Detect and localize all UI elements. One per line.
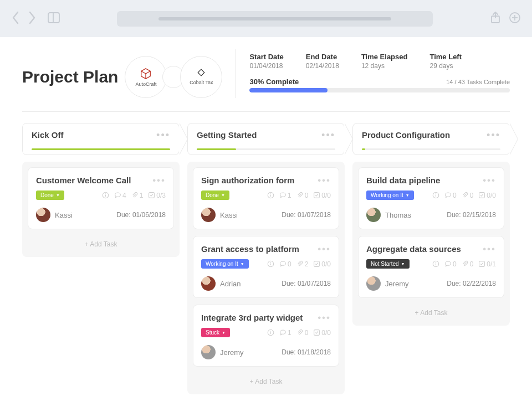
task-menu-icon[interactable]: •••: [152, 178, 166, 183]
task-menu-icon[interactable]: •••: [318, 315, 331, 321]
assignee[interactable]: Kassi: [36, 208, 73, 222]
attachments-count: 2: [305, 260, 309, 268]
avatar: [36, 208, 50, 222]
comments-count: 1: [288, 329, 291, 337]
forward-button[interactable]: [28, 11, 37, 27]
column-header[interactable]: Getting Started•••: [187, 123, 345, 155]
column-header[interactable]: Kick Off•••: [22, 123, 180, 155]
info-icon[interactable]: [102, 192, 109, 199]
attachments-count: 0: [305, 192, 309, 199]
column-menu-icon[interactable]: •••: [156, 132, 170, 138]
avatar: [201, 276, 216, 291]
attachments-icon[interactable]: 0: [462, 260, 474, 268]
status-pill[interactable]: Not Started ▼: [366, 259, 410, 269]
stat-left: Time Left 29 days: [429, 53, 462, 70]
page-title: Project Plan: [22, 68, 118, 86]
add-task-button[interactable]: + Add Task: [193, 373, 339, 389]
assignee[interactable]: Thomas: [366, 208, 411, 222]
attachments-icon[interactable]: 1: [131, 192, 144, 199]
checklist-count: 0/1: [487, 260, 496, 268]
column-menu-icon[interactable]: •••: [321, 132, 335, 138]
checklist-icon[interactable]: 0/1: [478, 260, 496, 268]
attachments-icon[interactable]: 0: [296, 192, 309, 199]
stat-end-date: End Date 02/14/2018: [306, 53, 339, 70]
comments-icon[interactable]: 1: [279, 192, 291, 199]
column-title: Getting Started: [197, 130, 321, 140]
column-progress-fill: [362, 148, 365, 150]
assignee[interactable]: Jeremy: [201, 345, 244, 359]
task-menu-icon[interactable]: •••: [318, 246, 331, 252]
address-bar[interactable]: [117, 11, 433, 27]
attachments-icon[interactable]: 0: [296, 329, 309, 337]
info-icon[interactable]: [267, 192, 274, 199]
status-pill[interactable]: Done ▼: [201, 191, 229, 200]
info-icon[interactable]: [267, 329, 274, 336]
info-icon[interactable]: [432, 192, 439, 199]
attachments-icon[interactable]: 0: [462, 192, 474, 199]
task-card[interactable]: Integrate 3rd party widget•••Stuck ▼100/…: [193, 305, 339, 367]
due-date: Due: 02/15/2018: [447, 211, 496, 219]
add-tab-icon[interactable]: [509, 12, 521, 26]
task-title: Sign authorization form: [201, 176, 294, 185]
task-card[interactable]: Aggregate data sources•••Not Started ▼00…: [358, 236, 504, 298]
checklist-icon[interactable]: 0/0: [313, 192, 331, 199]
assignee[interactable]: Kassi: [201, 208, 238, 222]
attachments-count: 0: [305, 329, 309, 337]
task-card[interactable]: Build data pipeline•••Working on It ▼000…: [358, 167, 504, 229]
assignee[interactable]: Adrian: [201, 276, 241, 291]
column-progress-fill: [32, 148, 170, 150]
due-date: Due: 01/07/2018: [282, 211, 331, 219]
task-title: Aggregate data sources: [366, 244, 461, 254]
add-task-button[interactable]: + Add Task: [358, 305, 504, 320]
comments-count: 0: [453, 192, 457, 199]
sidebar-icon[interactable]: [48, 12, 60, 25]
caret-down-icon: ▼: [241, 262, 244, 266]
task-menu-icon[interactable]: •••: [483, 178, 496, 183]
stat-elapsed: Time Elapsed 12 days: [361, 53, 408, 70]
comments-icon[interactable]: 4: [114, 192, 126, 199]
status-pill[interactable]: Done ▼: [36, 191, 64, 200]
svg-point-25: [436, 193, 436, 194]
column: Kick Off•••Customer Welcome Call•••Done …: [22, 123, 180, 257]
caret-down-icon: ▼: [56, 193, 60, 197]
task-title: Integrate 3rd party widget: [201, 313, 303, 322]
attachments-count: 0: [470, 192, 474, 199]
task-card[interactable]: Customer Welcome Call•••Done ▼410/3Kassi…: [28, 167, 174, 229]
checklist-icon[interactable]: 0/0: [313, 260, 331, 268]
task-menu-icon[interactable]: •••: [318, 178, 331, 183]
comments-icon[interactable]: 0: [444, 260, 457, 268]
column-body: Sign authorization form•••Done ▼100/0Kas…: [187, 162, 345, 394]
comments-count: 0: [288, 260, 291, 268]
assignee[interactable]: Jeremy: [366, 276, 409, 291]
status-pill[interactable]: Stuck ▼: [201, 328, 230, 337]
task-meta-icons: 020/0: [267, 260, 331, 268]
column-menu-icon[interactable]: •••: [487, 132, 500, 138]
checklist-icon[interactable]: 0/0: [313, 329, 331, 337]
progress-pct-label: 30% Complete: [249, 78, 299, 86]
attachments-icon[interactable]: 2: [296, 260, 309, 268]
back-button[interactable]: [11, 11, 20, 27]
comments-icon[interactable]: 0: [279, 260, 291, 268]
diamond-icon: [197, 69, 205, 76]
add-task-button[interactable]: + Add Task: [28, 236, 174, 251]
logo-autocraft: AutoCraft: [125, 56, 167, 98]
checklist-count: 0/3: [156, 192, 166, 199]
avatar: [201, 345, 216, 359]
checklist-icon[interactable]: 0/3: [148, 192, 166, 199]
comments-icon[interactable]: 1: [279, 329, 291, 337]
status-pill[interactable]: Working on It ▼: [201, 259, 249, 269]
column-progress-track: [362, 148, 500, 150]
logo-label: Cobalt Tax: [190, 80, 213, 85]
comments-icon[interactable]: 0: [444, 192, 457, 199]
assignee-name: Kassi: [220, 211, 238, 219]
task-menu-icon[interactable]: •••: [483, 246, 496, 252]
info-icon[interactable]: [432, 260, 439, 267]
task-card[interactable]: Grant access to platform•••Working on It…: [193, 236, 339, 298]
share-icon[interactable]: [490, 12, 501, 26]
comments-count: 4: [122, 192, 126, 199]
status-pill[interactable]: Working on It ▼: [366, 191, 414, 200]
info-icon[interactable]: [267, 260, 274, 267]
task-card[interactable]: Sign authorization form•••Done ▼100/0Kas…: [193, 167, 339, 229]
column-header[interactable]: Product Configuration•••: [352, 123, 510, 155]
checklist-icon[interactable]: 0/0: [478, 192, 496, 199]
